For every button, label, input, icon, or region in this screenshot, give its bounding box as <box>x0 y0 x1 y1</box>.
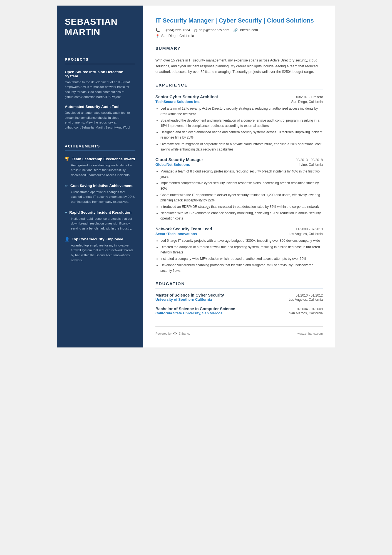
achievement-title-3: Rapid Security Incident Resolution <box>69 210 132 215</box>
job-company-1: TechSecure Solutions Inc. <box>155 100 200 104</box>
project-item-2: Automated Security Audit Tool Developed … <box>65 105 135 135</box>
job-date-1: 03/2018 - Present <box>296 95 323 99</box>
bullet-1-2: Spearheaded the development and implemen… <box>160 118 323 129</box>
summary-divider <box>155 53 323 53</box>
person-name: SEBASTIAN MARTIN <box>65 17 135 37</box>
footer: Powered by ∞ Enhancv www.enhancv.com <box>155 326 323 336</box>
job-location-3: Los Angeles, California <box>289 232 323 236</box>
email-icon: @ <box>194 28 198 32</box>
location-text: San Diego, California <box>161 34 194 38</box>
job-date-2: 08/2013 - 02/2018 <box>296 158 323 162</box>
edu-location-1: Los Angeles, California <box>289 298 323 302</box>
bullet-1-3: Designed and deployed enhanced badge and… <box>160 130 323 140</box>
experience-divider <box>155 90 323 90</box>
bullet-2-4: Introduced an EDR/MDR strategy that incr… <box>160 204 323 209</box>
projects-section-title: PROJECTS <box>65 57 135 61</box>
job-location-1: San Diego, California <box>291 100 323 104</box>
bullet-2-5: Negotiated with MSSP vendors to enhance … <box>160 211 323 221</box>
job-bullets-1: Led a team of 12 to revamp Active Direct… <box>155 106 323 152</box>
achievement-item-2: ✏ Cost Saving Initiative Achievement Orc… <box>65 183 135 204</box>
project-title-1: Open Source Intrusion Detection System <box>65 70 135 78</box>
trophy-icon: 🏆 <box>65 157 70 161</box>
resume-document: SEBASTIAN MARTIN PROJECTS Open Source In… <box>57 6 335 347</box>
job-date-3: 11/2008 - 07/2013 <box>296 227 323 231</box>
bullet-3-1: Led 5 large IT security projects with an… <box>160 238 323 243</box>
achievement-item-4: 👤 Top Cybersecurity Employee Awarded top… <box>65 237 135 263</box>
achievement-desc-2: Orchestrated operational changes that sl… <box>65 190 135 204</box>
linkedin-icon: 🔗 <box>233 28 238 32</box>
phone-number: +1-(234)-555-1234 <box>161 28 190 32</box>
first-name: SEBASTIAN <box>65 17 117 27</box>
achievement-item-1: 🏆 Team Leadership Excellence Award Recog… <box>65 157 135 178</box>
education-divider <box>155 288 323 289</box>
bullet-2-1: Managed a team of 8 cloud security profe… <box>160 169 323 179</box>
education-section-title: EDUCATION <box>155 281 323 286</box>
last-name: MARTIN <box>65 27 100 37</box>
edu-degree-2: Bachelor of Science in Computer Science <box>155 307 235 311</box>
job-company-3: SecureTech Innovations <box>155 232 197 236</box>
contact-row: 📞 +1-(234)-555-1234 @ help@enhancv.com 🔗… <box>155 28 323 32</box>
experience-section-title: EXPERIENCE <box>155 83 323 87</box>
location-row: 📍 San Diego, California <box>155 34 323 38</box>
job-item-1: Senior Cyber Security Architect 03/2018 … <box>155 94 323 152</box>
bullet-1-1: Led a team of 12 to revamp Active Direct… <box>160 106 323 117</box>
person-title: IT Security Manager | Cyber Security | C… <box>155 17 314 24</box>
brand-name: Enhancv <box>178 332 190 335</box>
projects-divider <box>65 64 135 64</box>
pencil-icon: ✏ <box>65 184 68 188</box>
project-title-2: Automated Security Audit Tool <box>65 105 135 109</box>
edu-school-1: University of Southern California <box>155 297 212 302</box>
job-title-3: Network Security Team Lead <box>155 226 212 231</box>
edu-item-2: Bachelor of Science in Computer Science … <box>155 307 323 315</box>
edu-location-2: San Marcos, California <box>289 311 323 315</box>
sidebar: SEBASTIAN MARTIN PROJECTS Open Source In… <box>57 6 143 347</box>
edu-school-2: California State University, San Marcos <box>155 311 222 315</box>
job-item-2: Cloud Security Manager 08/2013 - 02/2018… <box>155 157 323 221</box>
job-bullets-3: Led 5 large IT security projects with an… <box>155 238 323 273</box>
summary-text: With over 15 years in IT security manage… <box>155 58 323 75</box>
enhancv-logo-icon: ∞ <box>173 330 177 336</box>
linkedin-contact: 🔗 linkedin.com <box>233 28 258 32</box>
achievements-section-title: ACHIEVEMENTS <box>65 144 135 148</box>
bullet-3-3: Instituted a company-wide MFA solution w… <box>160 256 323 262</box>
email-address: help@enhancv.com <box>199 28 229 32</box>
footer-left: Powered by ∞ Enhancv <box>155 330 190 336</box>
edu-item-1: Master of Science in Cyber Security 01/2… <box>155 293 323 302</box>
achievement-title-2: Cost Saving Initiative Achievement <box>70 183 133 188</box>
achievement-desc-1: Recognized for outstanding leadership of… <box>65 163 135 178</box>
job-bullets-2: Managed a team of 8 cloud security profe… <box>155 169 323 221</box>
achievement-desc-3: Instigated rapid response protocols that… <box>65 216 135 231</box>
phone-contact: 📞 +1-(234)-555-1234 <box>155 28 190 32</box>
job-item-3: Network Security Team Lead 11/2008 - 07/… <box>155 226 323 273</box>
powered-by-text: Powered by <box>155 332 172 335</box>
job-title-header: IT Security Manager | Cyber Security | C… <box>155 17 323 25</box>
bullet-2-2: Implemented comprehensive cyber security… <box>160 181 323 191</box>
job-title-2: Cloud Security Manager <box>155 157 203 162</box>
job-company-2: GlobalNet Solutions <box>155 162 190 167</box>
achievements-divider <box>65 151 135 151</box>
footer-website: www.enhancv.com <box>297 332 323 335</box>
achievement-item-3: ♥ Rapid Security Incident Resolution Ins… <box>65 210 135 231</box>
bullet-3-2: Directed the adoption of a robust firewa… <box>160 245 323 255</box>
bullet-1-4: Oversaw secure migration of corporate da… <box>160 142 323 152</box>
location-pin-icon: 📍 <box>155 34 160 38</box>
linkedin-url: linkedin.com <box>239 28 258 32</box>
person-icon: 👤 <box>65 237 70 241</box>
main-content: IT Security Manager | Cyber Security | C… <box>143 6 335 347</box>
email-contact: @ help@enhancv.com <box>194 28 229 32</box>
phone-icon: 📞 <box>155 28 160 32</box>
summary-section-title: SUMMARY <box>155 46 323 51</box>
project-desc-1: Contributed to the development of an IDS… <box>65 80 135 100</box>
edu-date-2: 01/2004 - 01/2008 <box>296 307 323 311</box>
edu-date-1: 01/2010 - 01/2012 <box>296 293 323 297</box>
achievement-desc-4: Awarded top employee for my innovative f… <box>65 243 135 263</box>
project-item-1: Open Source Intrusion Detection System C… <box>65 70 135 105</box>
edu-degree-1: Master of Science in Cyber Security <box>155 293 224 297</box>
bullet-3-4: Developed vulnerability scanning protoco… <box>160 263 323 273</box>
achievement-title-4: Top Cybersecurity Employee <box>72 237 123 242</box>
project-desc-2: Developed an automated security audit to… <box>65 110 135 130</box>
job-title-1: Senior Cyber Security Architect <box>155 94 218 99</box>
bullet-2-3: Coordinated with the IT department to de… <box>160 193 323 203</box>
achievement-title-1: Team Leadership Excellence Award <box>72 157 135 162</box>
job-location-2: Irvine, California <box>299 163 323 167</box>
